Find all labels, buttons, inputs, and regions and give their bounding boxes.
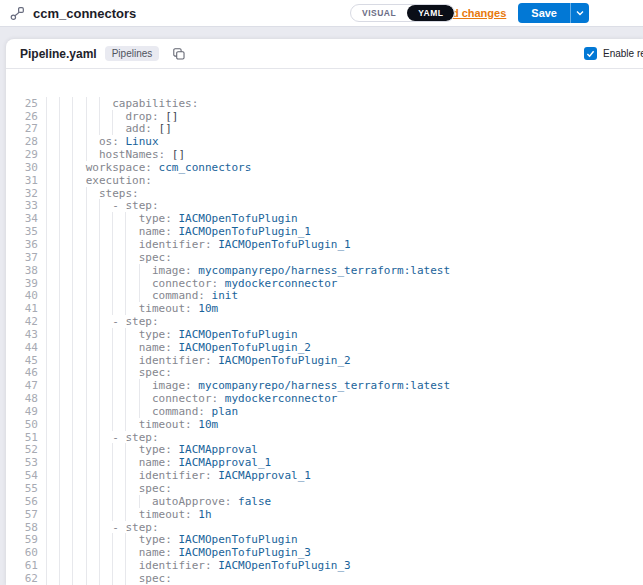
- copy-button[interactable]: [172, 47, 185, 60]
- line-number: 25: [6, 98, 38, 111]
- indent-guides: [46, 225, 139, 238]
- indent-guides: [46, 533, 139, 546]
- editor-line[interactable]: 25 capabilities:: [6, 98, 643, 111]
- yaml-value: ccm_connectors: [159, 161, 252, 174]
- line-number: 62: [6, 573, 38, 585]
- indent-guides: [46, 469, 139, 482]
- save-button[interactable]: Save: [518, 3, 570, 23]
- yaml-value: init: [212, 289, 239, 302]
- indent-guides: [46, 559, 139, 572]
- yaml-key: name:: [139, 341, 172, 354]
- editor-line[interactable]: 55 spec:: [6, 483, 643, 496]
- indent-guides: [46, 122, 125, 135]
- yaml-value: mycompanyrepo/harness_terraform:latest: [198, 264, 450, 277]
- editor-line[interactable]: 56 autoApprove: false: [6, 496, 643, 509]
- yaml-editor[interactable]: 25 capabilities:26 drop: []27 add: []28 …: [6, 69, 643, 585]
- line-number: 49: [6, 406, 38, 419]
- yaml-value: IACMOpenTofuPlugin: [178, 533, 297, 546]
- editor-line[interactable]: 36 identifier: IACMOpenTofuPlugin_1: [6, 239, 643, 252]
- yaml-dash: -: [112, 431, 125, 444]
- yaml-key: add:: [125, 122, 152, 135]
- line-number: 57: [6, 509, 38, 522]
- editor-line[interactable]: 43 type: IACMOpenTofuPlugin: [6, 329, 643, 342]
- yaml-value: IACMOpenTofuPlugin: [178, 328, 297, 341]
- copy-icon: [172, 47, 185, 60]
- indent-guides: [46, 315, 112, 328]
- editor-line[interactable]: 50 timeout: 10m: [6, 419, 643, 432]
- yaml-key: image:: [152, 264, 192, 277]
- yaml-key: image:: [152, 379, 192, 392]
- editor-line[interactable]: 42 - step:: [6, 316, 643, 329]
- yaml-value: IACMOpenTofuPlugin: [178, 212, 297, 225]
- page-title: ccm_connectors: [33, 6, 136, 21]
- save-dropdown-button[interactable]: [570, 3, 589, 23]
- editor-line[interactable]: 57 timeout: 1h: [6, 509, 643, 522]
- yaml-dash: -: [112, 521, 125, 534]
- line-number: 36: [6, 239, 38, 252]
- indent-guides: [46, 379, 152, 392]
- yaml-key: identifier:: [139, 354, 212, 367]
- indent-guides: [46, 431, 112, 444]
- yaml-value: IACMOpenTofuPlugin_2: [178, 341, 310, 354]
- code-text: identifier: IACMOpenTofuPlugin_1: [46, 239, 351, 252]
- pipeline-icon: [10, 6, 25, 21]
- yaml-key: type:: [139, 533, 172, 546]
- yaml-key: spec:: [139, 251, 172, 264]
- yaml-key: os:: [99, 135, 119, 148]
- yaml-key: hostNames:: [99, 148, 165, 161]
- yaml-key: autoApprove:: [152, 495, 231, 508]
- line-number: 44: [6, 342, 38, 355]
- yaml-value: mydockerconnector: [225, 392, 338, 405]
- line-number: 48: [6, 393, 38, 406]
- indent-guides: [46, 328, 139, 341]
- yaml-key: spec:: [139, 482, 172, 495]
- enable-checkbox[interactable]: [584, 47, 597, 60]
- editor-line[interactable]: 49 command: plan: [6, 406, 643, 419]
- yaml-value: mycompanyrepo/harness_terraform:latest: [198, 379, 450, 392]
- pipelines-badge: Pipelines: [105, 46, 160, 61]
- pipeline-yaml-card: Pipeline.yaml Pipelines Enable read/ 25 …: [6, 39, 643, 585]
- line-number: 61: [6, 560, 38, 573]
- yaml-key: workspace:: [86, 161, 152, 174]
- code-text: identifier: IACMOpenTofuPlugin_3: [46, 560, 351, 573]
- yaml-key: name:: [139, 456, 172, 469]
- editor-line[interactable]: 61 identifier: IACMOpenTofuPlugin_3: [6, 560, 643, 573]
- line-number: 43: [6, 329, 38, 342]
- line-number: 31: [6, 175, 38, 188]
- yaml-value: []: [172, 148, 185, 161]
- line-number: 38: [6, 265, 38, 278]
- code-text: spec:: [46, 573, 172, 585]
- yaml-key: connector:: [152, 392, 218, 405]
- yaml-value: 10m: [198, 418, 218, 431]
- editor-line[interactable]: 48 connector: mydockerconnector: [6, 393, 643, 406]
- yaml-value: plan: [212, 405, 239, 418]
- indent-guides: [46, 341, 139, 354]
- header-left: ccm_connectors: [10, 6, 136, 21]
- yaml-value: 1h: [198, 508, 211, 521]
- yaml-key: spec:: [139, 366, 172, 379]
- yaml-toolbar: Pipeline.yaml Pipelines Enable read/: [6, 39, 643, 69]
- yaml-key: timeout:: [139, 302, 192, 315]
- yaml-key: identifier:: [139, 238, 212, 251]
- editor-line[interactable]: 62 spec:: [6, 573, 643, 585]
- app-header: ccm_connectors VISUAL YAML Unsaved chang…: [0, 0, 643, 27]
- indent-guides: [46, 392, 152, 405]
- yaml-value: []: [159, 122, 172, 135]
- yaml-value: Linux: [125, 135, 158, 148]
- enable-readonly-toggle: Enable read/: [584, 39, 643, 68]
- yaml-toggle-button[interactable]: YAML: [407, 5, 454, 21]
- yaml-key: execution:: [86, 174, 152, 187]
- yaml-value: IACMApproval: [178, 443, 257, 456]
- line-number: 30: [6, 162, 38, 175]
- checkbox-checked-icon: [586, 50, 595, 58]
- indent-guides: [46, 405, 152, 418]
- yaml-value: []: [165, 110, 178, 123]
- yaml-value: 10m: [198, 302, 218, 315]
- indent-guides: [46, 572, 139, 585]
- indent-guides: [46, 97, 112, 110]
- indent-guides: [46, 199, 112, 212]
- file-name: Pipeline.yaml: [20, 47, 97, 61]
- line-number: 50: [6, 419, 38, 432]
- visual-toggle-button[interactable]: VISUAL: [351, 5, 407, 21]
- indent-guides: [46, 456, 139, 469]
